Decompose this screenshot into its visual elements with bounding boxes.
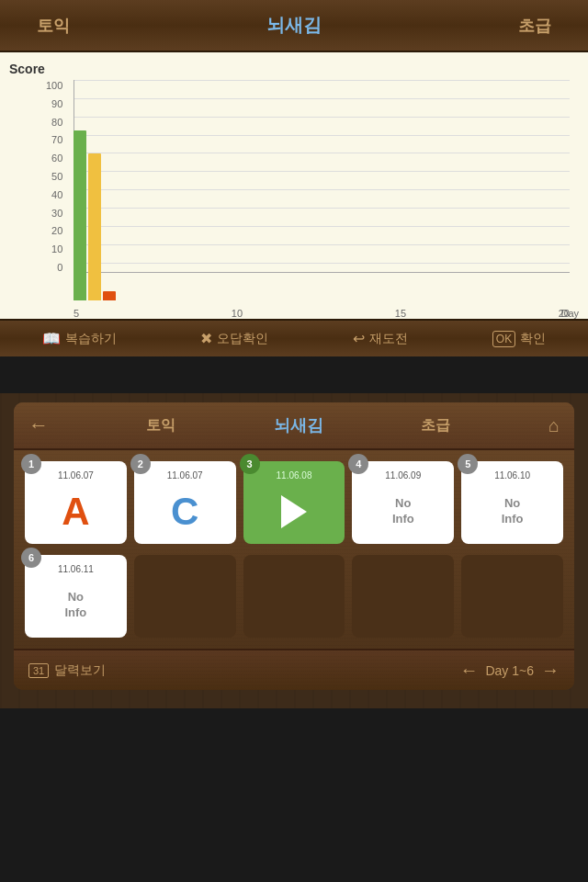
panel-footer: 31 달력보기 ← Day 1~6 → [14, 649, 574, 690]
day-card-8 [243, 555, 345, 638]
card-noinfo-5: NoInfo [502, 484, 524, 544]
calendar-label: 달력보기 [54, 662, 106, 679]
calendar-icon: 31 [28, 663, 49, 678]
day-card-1[interactable]: 1 11.06.07 A [25, 461, 127, 544]
calendar-button[interactable]: 31 달력보기 [28, 662, 106, 679]
day-card-9 [352, 555, 454, 638]
toolbar-retry-label: 재도전 [369, 331, 408, 347]
card-date-1: 11.06.07 [58, 470, 94, 481]
card-number-3: 3 [240, 454, 260, 474]
day-card-3[interactable]: 3 11.06.08 [243, 461, 345, 544]
bottom-panel: ← 토익 뇌새김 초급 ⌂ 1 11.06.07 A 2 11.06.07 C … [14, 402, 574, 690]
card-number-6: 6 [21, 548, 41, 568]
day-card-10 [461, 555, 563, 638]
score-chart: Score 0 10 20 30 40 50 60 70 80 90 100 [0, 52, 588, 319]
review-icon: 📖 [42, 330, 61, 347]
top-header-level: 초급 [518, 15, 551, 37]
toolbar-confirm-label: 확인 [520, 331, 546, 347]
chart-x-axis: 5 10 15 20 [74, 308, 570, 319]
toolbar-wronganswer-label: 오답확인 [217, 331, 268, 347]
card-date-5: 11.06.10 [494, 470, 530, 481]
card-play-button[interactable] [281, 484, 307, 544]
retry-icon: ↩ [353, 330, 365, 347]
bottom-header: ← 토익 뇌새김 초급 ⌂ [14, 402, 574, 450]
chart-title: Score [9, 62, 45, 76]
card-number-2: 2 [130, 454, 151, 474]
play-triangle-icon [281, 495, 307, 528]
bottom-subject: 토익 [146, 416, 175, 435]
top-toolbar: 📖 복습하기 ✖ 오답확인 ↩ 재도전 OK 확인 [0, 319, 588, 356]
card-letter-c: C [171, 484, 198, 544]
bottom-section: ← 토익 뇌새김 초급 ⌂ 1 11.06.07 A 2 11.06.07 C … [0, 393, 588, 708]
day-card-4[interactable]: 4 11.06.09 NoInfo [352, 461, 454, 544]
top-section: 토익 뇌새김 초급 Score 0 10 20 30 40 50 60 70 8… [0, 0, 588, 356]
chart-grid [74, 80, 570, 273]
card-date-2: 11.06.07 [167, 470, 203, 481]
day-card-7 [134, 555, 236, 638]
chart-y-axis: 0 10 20 30 40 50 60 70 80 90 100 [46, 80, 66, 273]
home-button[interactable]: ⌂ [548, 415, 560, 436]
card-date-4: 11.06.09 [385, 470, 421, 481]
card-letter-a: A [62, 484, 89, 544]
bar-yellow [88, 153, 101, 300]
day-card-5[interactable]: 5 11.06.10 NoInfo [461, 461, 563, 544]
bottom-level: 초급 [421, 416, 450, 435]
day-range-label: Day 1~6 [485, 663, 534, 678]
chart-day-label: Day [560, 308, 579, 319]
card-number-1: 1 [21, 454, 41, 474]
separator [0, 356, 588, 393]
toolbar-wronganswer[interactable]: ✖ 오답확인 [200, 330, 268, 347]
card-noinfo-6: NoInfo [64, 578, 86, 638]
toolbar-review-label: 복습하기 [65, 331, 117, 347]
cards-row-2: 6 11.06.11 NoInfo [14, 555, 574, 649]
top-header-title: 뇌새김 [266, 13, 322, 38]
prev-day-button[interactable]: ← [459, 660, 478, 681]
toolbar-confirm[interactable]: OK 확인 [492, 331, 546, 347]
card-number-5: 5 [458, 454, 478, 474]
card-number-4: 4 [348, 454, 368, 474]
wronganswer-icon: ✖ [200, 330, 212, 347]
cards-row-1: 1 11.06.07 A 2 11.06.07 C 3 11.06.08 4 [14, 450, 574, 555]
top-header: 토익 뇌새김 초급 [0, 0, 588, 52]
back-button[interactable]: ← [28, 413, 49, 437]
chart-area: 0 10 20 30 40 50 60 70 80 90 100 [46, 80, 579, 300]
bar-orange [103, 291, 116, 300]
bar-green [74, 130, 86, 300]
toolbar-review[interactable]: 📖 복습하기 [42, 330, 117, 347]
day-navigation: ← Day 1~6 → [459, 660, 560, 681]
next-day-button[interactable]: → [541, 660, 560, 681]
bottom-title: 뇌새김 [274, 414, 323, 436]
day-card-6[interactable]: 6 11.06.11 NoInfo [25, 555, 127, 638]
confirm-icon: OK [492, 331, 515, 347]
toolbar-retry[interactable]: ↩ 재도전 [353, 330, 408, 347]
card-noinfo-4: NoInfo [392, 484, 414, 544]
top-header-subject: 토익 [37, 15, 70, 37]
card-date-6: 11.06.11 [58, 564, 94, 574]
card-date-3: 11.06.08 [277, 470, 312, 481]
day-card-2[interactable]: 2 11.06.07 C [134, 461, 236, 544]
